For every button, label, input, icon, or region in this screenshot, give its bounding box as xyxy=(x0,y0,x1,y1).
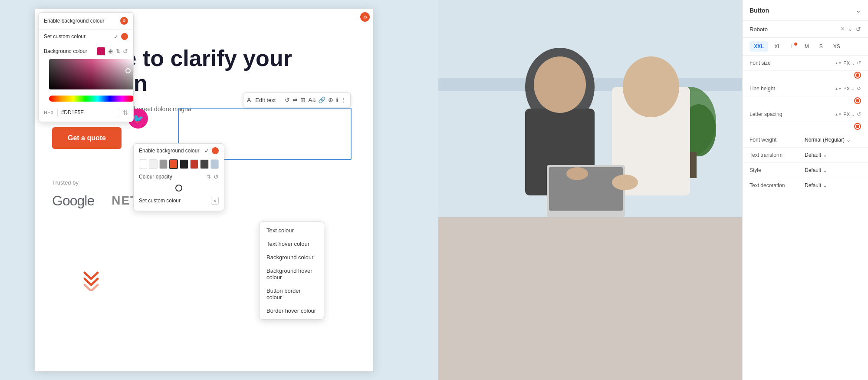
opacity-circle[interactable] xyxy=(175,185,182,192)
letter-spacing-arrows[interactable]: ▲▼ xyxy=(835,112,842,116)
text-decoration-label: Text decoration xyxy=(750,182,789,188)
rotate-icon[interactable]: ↺ xyxy=(285,96,290,103)
size-tab-xl[interactable]: XL xyxy=(770,41,785,52)
text-transform-chevron[interactable]: ⌄ xyxy=(823,152,827,158)
settings-icon: ⚙ xyxy=(363,15,367,20)
svg-point-15 xyxy=(612,175,638,190)
colour-swatch[interactable] xyxy=(97,47,105,56)
font-size-icon[interactable]: Aa xyxy=(308,96,316,103)
swatch-black[interactable] xyxy=(180,159,188,169)
font-size-field: Font size ▲▼ PX ⌄ ↺ xyxy=(743,56,868,71)
text-colour-item-1[interactable]: Text colour xyxy=(260,224,324,237)
font-weight-chevron[interactable]: ⌄ xyxy=(846,137,851,143)
swatch-white[interactable] xyxy=(139,159,147,169)
hex-value[interactable]: #DD1F5E xyxy=(57,108,119,117)
swatch-dark-red[interactable] xyxy=(190,159,198,169)
font-size-unit[interactable]: PX xyxy=(843,60,850,66)
font-actions: × ⌄ ↺ xyxy=(841,25,861,33)
text-decoration-chevron[interactable]: ⌄ xyxy=(823,182,827,188)
line-height-reset-icon[interactable]: ↺ xyxy=(857,86,861,92)
grid-icon[interactable]: ⊞ xyxy=(300,96,306,103)
close-custom-colour-btn[interactable]: × xyxy=(211,197,219,205)
letter-spacing-unit[interactable]: PX xyxy=(843,112,850,117)
text-colour-item-4[interactable]: Background hover colour xyxy=(260,264,324,284)
link-icon[interactable]: 🔗 xyxy=(318,96,326,103)
enable-bg-colour-label: Enable background colour xyxy=(44,18,104,24)
line-height-radio[interactable] xyxy=(854,97,861,104)
style-value: Default xyxy=(805,167,821,173)
panel-header: Button ⌄ xyxy=(743,0,868,21)
letter-spacing-unit-chevron[interactable]: ⌄ xyxy=(852,112,855,117)
bg-check-icon[interactable]: ✓ xyxy=(204,148,209,154)
font-size-reset-icon[interactable]: ↺ xyxy=(857,60,861,66)
font-size-input-group: ▲▼ PX ⌄ ↺ xyxy=(835,60,861,66)
edit-toolbar[interactable]: A Edit text ↺ ⇌ ⊞ Aa 🔗 ⊕ ℹ ⋮ xyxy=(243,93,351,107)
text-colour-item-5[interactable]: Button border colour xyxy=(260,284,324,304)
chevron-arrows-icon[interactable] xyxy=(82,269,100,293)
colour-swatches-row xyxy=(134,158,224,171)
hex-arrows-icon[interactable]: ⇅ xyxy=(123,109,128,116)
letter-spacing-reset-icon[interactable]: ↺ xyxy=(857,111,861,117)
letter-spacing-radio[interactable] xyxy=(854,123,861,130)
google-logo: Google xyxy=(52,193,94,209)
cta-button[interactable]: Get a quote xyxy=(52,127,122,149)
line-height-input-group: ▲▼ PX ⌄ ↺ xyxy=(835,86,861,92)
more-icon[interactable]: ⋮ xyxy=(341,96,347,103)
main-canvas: ⚙ Inspire the next A Edit text ↺ ⇌ ⊞ Aa … xyxy=(0,0,868,380)
opacity-refresh-icon[interactable]: ↺ xyxy=(214,173,219,180)
style-chevron[interactable]: ⌄ xyxy=(823,167,827,173)
font-weight-label: Font weight xyxy=(750,137,789,143)
line-height-radio-row xyxy=(743,96,868,107)
font-size-unit-chevron[interactable]: ⌄ xyxy=(852,61,855,66)
font-weight-field: Font weight Normal (Regular) ⌄ xyxy=(743,132,868,148)
swatch-gray[interactable] xyxy=(159,159,168,169)
font-refresh-icon[interactable]: ↺ xyxy=(856,26,861,33)
color-picker-panel: Enable background colour ⚙ Set custom co… xyxy=(38,12,134,122)
color-gradient-handle[interactable] xyxy=(125,68,131,73)
colour-check-icon[interactable]: ✓ xyxy=(114,33,118,40)
hex-row: HEX #DD1F5E ⇅ xyxy=(39,105,133,122)
colour-mode-icon[interactable]: ⊕ xyxy=(108,48,113,55)
line-height-arrows[interactable]: ▲▼ xyxy=(835,87,842,91)
swatch-orange[interactable] xyxy=(169,159,178,169)
color-gradient[interactable] xyxy=(49,59,134,89)
text-colour-item-3[interactable]: Background colour xyxy=(260,251,324,264)
info-icon[interactable]: ℹ xyxy=(336,96,338,103)
font-clear-icon[interactable]: × xyxy=(841,25,845,33)
bg-colour-row: Background colour ⊕ ⇅ ↺ xyxy=(39,43,133,59)
swap-icon[interactable]: ⇌ xyxy=(293,96,298,103)
line-height-unit[interactable]: PX xyxy=(843,86,850,91)
bg-orange-dot[interactable] xyxy=(212,147,219,154)
panel-collapse-icon[interactable]: ⌄ xyxy=(855,6,861,14)
text-colour-item-6[interactable]: Border hover colour xyxy=(260,304,324,317)
swatch-light-blue[interactable] xyxy=(210,159,219,169)
size-tab-xs[interactable]: XS xyxy=(829,41,845,52)
size-tab-s[interactable]: S xyxy=(815,41,827,52)
page-settings-icon[interactable]: ⚙ xyxy=(360,12,370,22)
opacity-arrows-icon[interactable]: ⇅ xyxy=(207,174,211,180)
color-spectrum[interactable] xyxy=(49,96,134,102)
arrows-icon[interactable]: ⇅ xyxy=(116,48,120,54)
color-gradient-overlay xyxy=(49,59,134,89)
colour-dot-orange[interactable] xyxy=(121,33,128,40)
photo-area xyxy=(438,0,742,380)
font-size-arrows[interactable]: ▲▼ xyxy=(835,61,842,65)
font-chevron-icon[interactable]: ⌄ xyxy=(848,26,852,32)
color-picker-settings-icon[interactable]: ⚙ xyxy=(120,17,128,25)
letter-spacing-field: Letter spacing ▲▼ PX ⌄ ↺ xyxy=(743,107,868,122)
edit-text-button[interactable]: Edit text xyxy=(253,96,277,104)
swatch-dark-gray[interactable] xyxy=(200,159,208,169)
set-custom-label: Set custom colour xyxy=(139,198,181,204)
line-height-unit-chevron[interactable]: ⌄ xyxy=(852,86,855,91)
size-tab-m[interactable]: M xyxy=(800,41,813,52)
refresh-icon[interactable]: ↺ xyxy=(123,48,128,55)
size-tab-xxl[interactable]: XXL xyxy=(750,41,768,52)
style-select-group: Default ⌄ xyxy=(805,167,861,173)
font-size-radio[interactable] xyxy=(854,72,861,79)
swatch-light-gray[interactable] xyxy=(149,159,157,169)
font-name[interactable]: Roboto xyxy=(750,26,841,33)
size-tab-l[interactable]: L xyxy=(787,41,799,52)
text-colour-item-2[interactable]: Text hover colour xyxy=(260,237,324,251)
add-icon[interactable]: ⊕ xyxy=(328,96,333,103)
custom-colour-row: Set custom colour × xyxy=(134,194,224,207)
